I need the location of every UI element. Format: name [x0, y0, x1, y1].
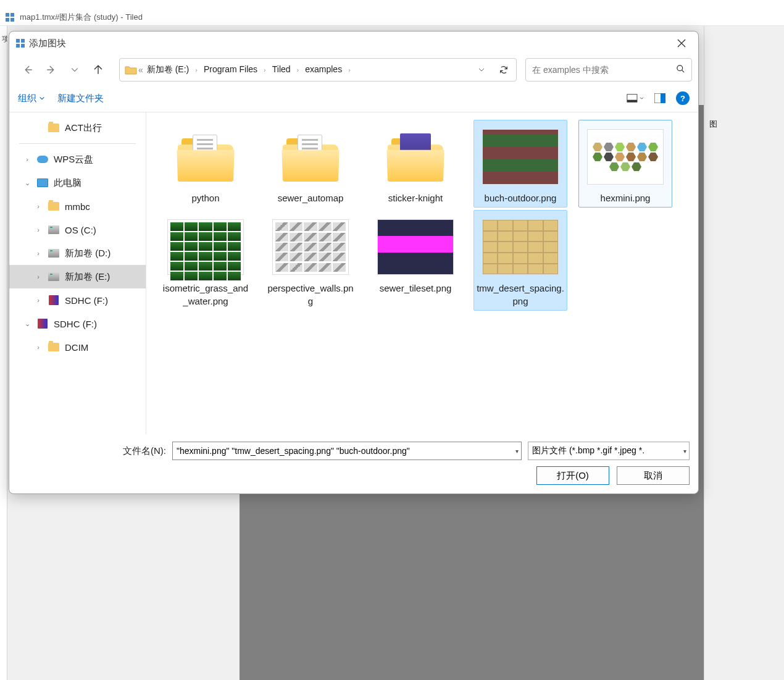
chevron-down-icon: [70, 65, 79, 74]
dialog-titlebar: 添加图块: [9, 31, 698, 55]
tree-separator: [19, 143, 136, 144]
breadcrumb-overflow[interactable]: «: [138, 65, 143, 75]
file-item[interactable]: sewer_tileset.png: [369, 210, 462, 311]
arrow-left-icon: [22, 64, 33, 75]
file-item[interactable]: buch-outdoor.png: [473, 120, 567, 208]
tree-item[interactable]: ›新加卷 (E:): [9, 265, 146, 288]
file-item[interactable]: isometric_grass_and_water.png: [159, 210, 252, 311]
tree-item[interactable]: ›OS (C:): [9, 218, 146, 241]
svg-rect-6: [16, 44, 20, 48]
nav-forward-button[interactable]: [41, 60, 61, 80]
help-button[interactable]: ?: [676, 91, 690, 105]
refresh-button[interactable]: [494, 60, 514, 80]
file-label: sewer_automap: [278, 192, 344, 204]
search-input[interactable]: [532, 65, 676, 75]
breadcrumb[interactable]: « 新加卷 (E:)›Program Files›Tiled›examples›: [119, 58, 517, 82]
svg-rect-3: [10, 18, 14, 22]
file-item[interactable]: sewer_automap: [264, 120, 357, 208]
chevron-down-icon: [39, 95, 45, 101]
tree-item[interactable]: ›SDHC (F:): [9, 288, 146, 312]
app-right-label: 图: [709, 119, 717, 130]
image-thumb: [272, 219, 349, 275]
organize-button[interactable]: 组织: [18, 93, 45, 104]
breadcrumb-item[interactable]: Tiled: [270, 62, 293, 77]
svg-rect-1: [10, 13, 14, 17]
chevron-down-icon: ▾: [683, 448, 686, 455]
image-thumb: [167, 219, 244, 275]
sd-icon: [48, 295, 60, 306]
svg-rect-5: [21, 39, 25, 43]
tree-label: mmbc: [65, 201, 90, 212]
tree-item[interactable]: ›mmbc: [9, 195, 146, 218]
svg-rect-12: [661, 93, 665, 103]
tree-item[interactable]: ACT出行: [9, 116, 146, 140]
open-label: 打开(O): [557, 470, 589, 482]
sd-icon: [36, 318, 49, 329]
filename-input[interactable]: [177, 446, 517, 456]
svg-rect-2: [6, 18, 9, 22]
tree-label: WPS云盘: [54, 154, 93, 166]
nav-tree[interactable]: ACT出行›WPS云盘⌄此电脑›mmbc›OS (C:)›新加卷 (D:)›新加…: [9, 112, 146, 434]
breadcrumb-item[interactable]: 新加卷 (E:): [144, 62, 191, 77]
new-folder-button[interactable]: 新建文件夹: [57, 93, 104, 104]
svg-point-8: [677, 65, 683, 71]
nav-back-button[interactable]: [18, 60, 38, 80]
file-item[interactable]: python: [159, 120, 252, 208]
tree-item[interactable]: ›WPS云盘: [9, 148, 146, 171]
file-item[interactable]: sticker-knight: [369, 120, 462, 208]
tree-caret-icon: ⌄: [23, 179, 31, 187]
tree-item[interactable]: ›新加卷 (D:): [9, 241, 146, 265]
app-titlebar: map1.tmx#图片集合 (study) - Tiled: [0, 9, 784, 26]
open-button[interactable]: 打开(O): [536, 466, 609, 485]
preview-pane-button[interactable]: [651, 90, 669, 107]
chevron-down-icon[interactable]: ▾: [515, 448, 519, 455]
image-thumb: [482, 219, 559, 275]
svg-rect-7: [21, 44, 25, 48]
nav-up-button[interactable]: [88, 60, 108, 80]
chevron-right-icon: ›: [260, 66, 270, 73]
file-item[interactable]: perspective_walls.png: [264, 210, 357, 311]
folder-icon: [48, 122, 60, 133]
file-label: perspective_walls.png: [267, 282, 354, 308]
filetype-select[interactable]: 图片文件 (*.bmp *.gif *.jpeg *. ▾: [528, 442, 690, 460]
tree-item[interactable]: ›DCIM: [9, 335, 146, 359]
tree-caret-icon: ›: [34, 273, 43, 280]
tree-caret-icon: ›: [23, 156, 31, 163]
refresh-icon: [499, 65, 509, 75]
cancel-label: 取消: [644, 470, 662, 482]
view-mode-button[interactable]: [627, 90, 644, 107]
file-grid[interactable]: pythonsewer_automapsticker-knightbuch-ou…: [151, 117, 693, 313]
folder-icon: [283, 132, 338, 182]
search-box[interactable]: [525, 58, 692, 82]
cancel-button[interactable]: 取消: [617, 466, 690, 485]
tree-caret-icon: ›: [34, 343, 43, 351]
disk-icon: [48, 248, 60, 259]
tree-item[interactable]: ⌄SDHC (F:): [9, 312, 146, 335]
tree-item[interactable]: ⌄此电脑: [9, 171, 146, 195]
help-icon: ?: [680, 94, 685, 103]
tree-caret-icon: ⌄: [23, 320, 31, 328]
file-item[interactable]: hexmini.png: [578, 120, 672, 208]
view-large-icon: [627, 93, 638, 103]
image-thumb: [377, 219, 454, 275]
breadcrumb-item[interactable]: examples: [302, 62, 344, 77]
file-item[interactable]: tmw_desert_spacing.png: [473, 210, 567, 311]
main-area: ACT出行›WPS云盘⌄此电脑›mmbc›OS (C:)›新加卷 (D:)›新加…: [9, 112, 698, 434]
pc-icon: [36, 177, 49, 188]
image-thumb: [587, 129, 664, 185]
chevron-right-icon: ›: [293, 66, 303, 73]
tree-label: OS (C:): [65, 225, 96, 235]
breadcrumb-dropdown[interactable]: [472, 60, 491, 80]
close-button[interactable]: [667, 34, 696, 52]
preview-icon: [654, 93, 665, 103]
nav-recent-button[interactable]: [65, 60, 85, 80]
app-right-panel: 图: [704, 26, 784, 680]
file-open-dialog: 添加图块 « 新加卷 (E:)›Program Files›Tiled›exam…: [9, 31, 699, 494]
breadcrumb-item[interactable]: Program Files: [201, 62, 260, 77]
tree-label: ACT出行: [65, 122, 102, 134]
file-label: sticker-knight: [388, 192, 443, 204]
filename-label: 文件名(N):: [123, 445, 166, 457]
filename-input-wrap[interactable]: ▾: [172, 442, 522, 460]
folder-icon: [388, 132, 443, 182]
file-label: buch-outdoor.png: [485, 192, 557, 204]
